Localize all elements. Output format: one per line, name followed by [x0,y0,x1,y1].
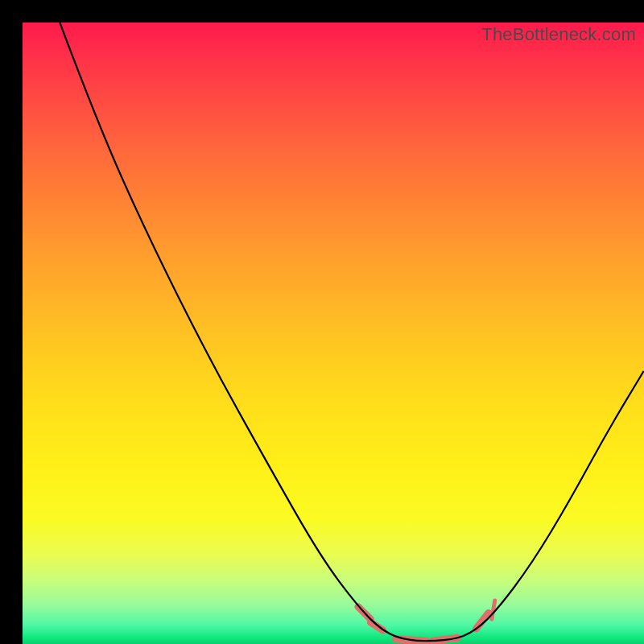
bottleneck-curve [60,23,644,641]
stub-right-tick [492,601,495,619]
chart-frame: TheBottleneck.com [0,0,644,644]
chart-plot-area: TheBottleneck.com [23,23,644,644]
marker-layer [358,601,495,641]
chart-svg [23,23,644,644]
